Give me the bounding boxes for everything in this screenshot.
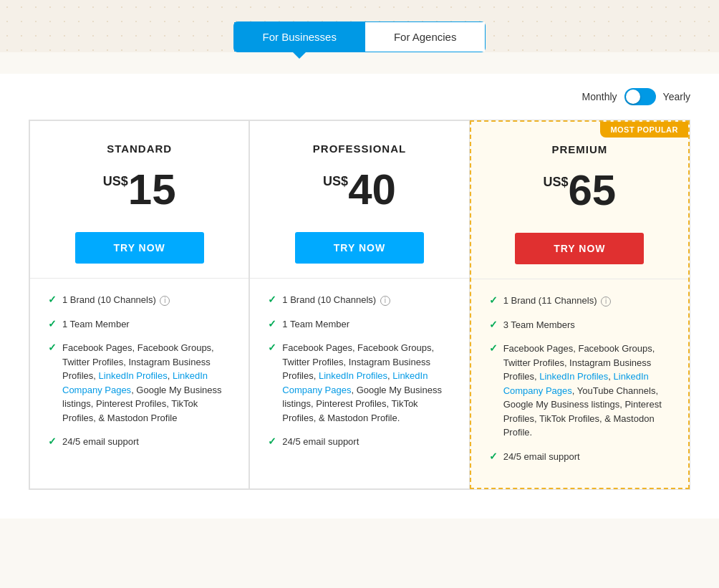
- premium-feature-2-text: 3 Team Members: [503, 318, 575, 332]
- yearly-label: Yearly: [663, 91, 690, 102]
- most-popular-badge: MOST POPULAR: [600, 122, 688, 138]
- plans-grid: STANDARD US$ 15 TRY NOW ✓ 1 Brand (10 Ch…: [29, 120, 690, 490]
- businesses-tab[interactable]: For Businesses: [234, 22, 365, 52]
- premium-feature-3: ✓ Facebook Pages, Facebook Groups, Twitt…: [489, 342, 670, 440]
- standard-currency: US$: [103, 174, 128, 189]
- premium-feature-4: ✓ 24/5 email support: [489, 450, 670, 464]
- check-icon: ✓: [489, 319, 498, 330]
- plan-type-switcher: For Businesses For Agencies: [0, 21, 719, 52]
- premium-plan-header: PREMIUM US$ 65 TRY NOW: [471, 122, 688, 279]
- monthly-label: Monthly: [582, 91, 617, 102]
- check-icon: ✓: [48, 342, 57, 353]
- check-icon: ✓: [48, 435, 57, 447]
- check-icon: ✓: [48, 318, 57, 329]
- standard-plan-card: STANDARD US$ 15 TRY NOW ✓ 1 Brand (10 Ch…: [29, 120, 249, 489]
- standard-cta-button[interactable]: TRY NOW: [75, 232, 204, 264]
- standard-feature-2-text: 1 Team Member: [62, 317, 130, 332]
- check-icon: ✓: [489, 450, 498, 462]
- professional-feature-3-text: Facebook Pages, Facebook Groups, Twitter…: [282, 341, 450, 425]
- standard-plan-header: STANDARD US$ 15 TRY NOW: [30, 121, 248, 279]
- professional-plan-card: PROFESSIONAL US$ 40 TRY NOW ✓ 1 Brand (1…: [249, 120, 469, 489]
- standard-plan-name: STANDARD: [107, 143, 172, 155]
- standard-feature-2: ✓ 1 Team Member: [48, 317, 231, 332]
- info-icon[interactable]: i: [380, 296, 390, 306]
- premium-cta-button[interactable]: TRY NOW: [515, 233, 644, 264]
- check-icon: ✓: [489, 342, 498, 354]
- professional-feature-3: ✓ Facebook Pages, Facebook Groups, Twitt…: [268, 341, 450, 425]
- standard-feature-4: ✓ 24/5 email support: [48, 435, 231, 449]
- billing-toggle[interactable]: [624, 88, 656, 105]
- standard-feature-3-text: Facebook Pages, Facebook Groups, Twitter…: [62, 341, 231, 425]
- standard-feature-4-text: 24/5 email support: [62, 435, 139, 449]
- professional-plan-features: ✓ 1 Brand (10 Channels) i ✓ 1 Team Membe…: [250, 279, 468, 473]
- premium-feature-3-text: Facebook Pages, Facebook Groups, Twitter…: [503, 342, 670, 440]
- premium-plan-features: ✓ 1 Brand (11 Channels) i ✓ 3 Team Membe…: [471, 279, 688, 488]
- check-icon: ✓: [489, 294, 498, 306]
- premium-feature-1-text: 1 Brand (11 Channels) i: [503, 294, 611, 308]
- premium-price-amount: 65: [568, 169, 616, 212]
- professional-cta-button[interactable]: TRY NOW: [295, 232, 424, 264]
- professional-currency: US$: [323, 174, 348, 189]
- professional-plan-price: US$ 40: [323, 168, 396, 211]
- premium-plan-price: US$ 65: [543, 169, 616, 212]
- professional-price-amount: 40: [348, 168, 396, 211]
- professional-feature-1: ✓ 1 Brand (10 Channels) i: [268, 293, 450, 307]
- standard-plan-features: ✓ 1 Brand (10 Channels) i ✓ 1 Team Membe…: [30, 279, 248, 473]
- check-icon: ✓: [268, 342, 276, 353]
- professional-feature-2: ✓ 1 Team Member: [268, 317, 450, 332]
- professional-feature-4-text: 24/5 email support: [282, 435, 359, 449]
- premium-feature-1: ✓ 1 Brand (11 Channels) i: [489, 294, 670, 308]
- standard-feature-3: ✓ Facebook Pages, Facebook Groups, Twitt…: [48, 341, 231, 425]
- info-icon[interactable]: i: [601, 297, 611, 307]
- premium-currency: US$: [543, 175, 568, 190]
- premium-plan-name: PREMIUM: [551, 143, 607, 155]
- check-icon: ✓: [268, 294, 276, 305]
- check-icon: ✓: [268, 435, 276, 447]
- agencies-tab[interactable]: For Agencies: [365, 22, 486, 52]
- standard-feature-1: ✓ 1 Brand (10 Channels) i: [48, 293, 231, 307]
- professional-feature-2-text: 1 Team Member: [282, 317, 349, 332]
- professional-plan-header: PROFESSIONAL US$ 40 TRY NOW: [250, 121, 468, 279]
- check-icon: ✓: [268, 318, 276, 329]
- premium-plan-card: MOST POPULAR PREMIUM US$ 65 TRY NOW ✓ 1 …: [470, 120, 690, 489]
- professional-feature-1-text: 1 Brand (10 Channels) i: [282, 293, 390, 307]
- info-icon[interactable]: i: [160, 296, 170, 306]
- billing-toggle-row: Monthly Yearly: [29, 88, 690, 105]
- toggle-knob: [626, 90, 640, 104]
- premium-feature-2: ✓ 3 Team Members: [489, 318, 670, 332]
- professional-feature-4: ✓ 24/5 email support: [268, 435, 450, 449]
- check-icon: ✓: [48, 294, 57, 305]
- professional-plan-name: PROFESSIONAL: [313, 143, 406, 155]
- standard-plan-price: US$ 15: [103, 168, 176, 211]
- standard-price-amount: 15: [128, 168, 176, 211]
- standard-feature-1-text: 1 Brand (10 Channels) i: [62, 293, 170, 307]
- premium-feature-4-text: 24/5 email support: [503, 450, 580, 464]
